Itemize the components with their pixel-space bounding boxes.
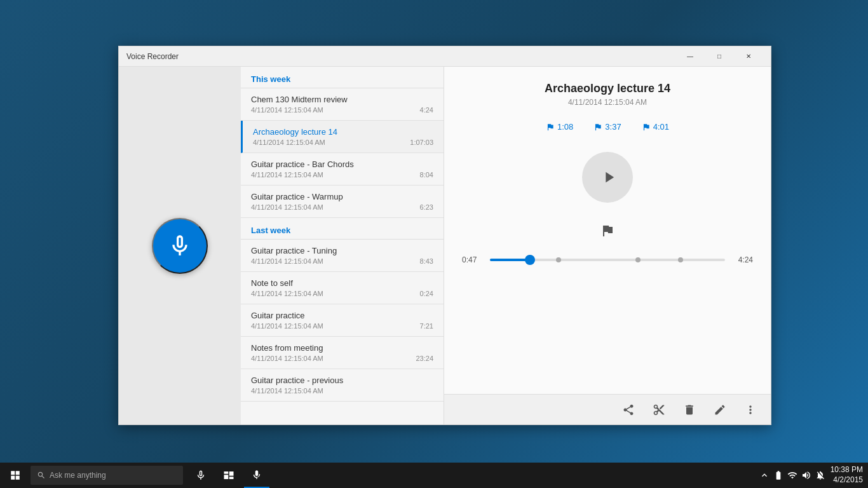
flag-icon [546, 123, 555, 132]
last-week-header: Last week [241, 218, 444, 240]
task-view-icon [223, 470, 234, 481]
play-button[interactable] [582, 152, 633, 203]
progress-track[interactable] [490, 259, 725, 261]
flag-icon [642, 123, 651, 132]
list-item[interactable]: Notes from meeting 4/11/2014 12:15:04 AM… [241, 337, 444, 369]
marker-3[interactable]: 4:01 [642, 122, 669, 132]
end-time: 4:24 [730, 255, 753, 264]
player-date: 4/11/2014 12:15:04 AM [568, 98, 647, 107]
share-icon [622, 403, 635, 416]
rename-button[interactable] [710, 400, 730, 420]
list-item[interactable]: Chem 130 Midterm review 4/11/2014 12:15:… [241, 88, 444, 121]
network-icon [787, 470, 797, 480]
play-button-container [582, 152, 633, 203]
show-hidden-icons[interactable] [759, 470, 770, 480]
microphone-icon [167, 233, 193, 259]
player-panel: Archaeology lecture 14 4/11/2014 12:15:0… [444, 67, 771, 424]
desktop: Voice Recorder — □ ✕ This week [0, 0, 868, 488]
notification-icon [815, 470, 825, 480]
delete-icon [683, 403, 696, 416]
taskbar-time: 10:38 PM [831, 465, 863, 475]
play-icon [600, 168, 618, 186]
progress-fill [490, 259, 530, 261]
list-item[interactable]: Guitar practice 4/11/2014 12:15:04 AM 7:… [241, 304, 444, 337]
taskbar-right: 10:38 PM 4/2/2015 [759, 465, 868, 485]
more-button[interactable] [740, 400, 761, 420]
marker-2[interactable]: 3:37 [593, 122, 621, 132]
track-marker-dot [556, 257, 561, 262]
windows-icon [10, 470, 21, 481]
voice-recorder-window: Voice Recorder — □ ✕ This week [118, 46, 771, 425]
window-title: Voice Recorder [126, 52, 675, 61]
share-button[interactable] [618, 400, 639, 420]
add-marker-button[interactable] [600, 223, 615, 240]
taskbar-microphone-icon[interactable] [188, 463, 214, 488]
volume-icon [801, 470, 811, 480]
battery-icon [773, 470, 783, 480]
list-item[interactable]: Guitar practice - Warmup 4/11/2014 12:15… [241, 186, 444, 218]
track-marker-dot [635, 257, 641, 262]
taskbar-task-view[interactable] [216, 463, 241, 488]
minimize-button[interactable]: — [675, 46, 705, 67]
marker-1[interactable]: 1:08 [546, 122, 573, 132]
record-button[interactable] [152, 218, 208, 274]
recording-list[interactable]: This week Chem 130 Midterm review 4/11/2… [241, 67, 444, 424]
search-icon [37, 471, 46, 480]
rename-icon [714, 403, 726, 416]
search-placeholder: Ask me anything [50, 471, 106, 480]
progress-thumb[interactable] [525, 255, 535, 265]
more-icon [744, 403, 757, 416]
flag-add-icon [600, 223, 615, 238]
taskbar-pinned-icons [188, 463, 269, 488]
flag-icon [593, 123, 602, 132]
window-body: This week Chem 130 Midterm review 4/11/2… [119, 67, 771, 424]
title-bar: Voice Recorder — □ ✕ [119, 46, 771, 67]
trim-button[interactable] [649, 400, 669, 420]
taskbar: Ask me anything [0, 463, 868, 488]
list-item[interactable]: Guitar practice - Tuning 4/11/2014 12:15… [241, 240, 444, 272]
player-toolbar [444, 394, 771, 424]
list-item[interactable]: Guitar practice - Bar Chords 4/11/2014 1… [241, 153, 444, 186]
progress-bar-container: 0:47 4:24 [459, 255, 756, 264]
list-item[interactable]: Note to self 4/11/2014 12:15:04 AM 0:24 [241, 272, 444, 304]
window-controls: — □ ✕ [675, 46, 763, 67]
this-week-header: This week [241, 67, 444, 88]
close-button[interactable]: ✕ [734, 46, 763, 67]
taskbar-date: 4/2/2015 [831, 475, 863, 485]
list-item-active[interactable]: Archaeology lecture 14 4/11/2014 12:15:0… [241, 121, 444, 153]
delete-button[interactable] [679, 400, 700, 420]
voice-recorder-icon [251, 469, 262, 480]
maximize-button[interactable]: □ [705, 46, 734, 67]
taskbar-voice-recorder[interactable] [244, 463, 269, 488]
current-time: 0:47 [462, 255, 485, 264]
taskbar-clock[interactable]: 10:38 PM 4/2/2015 [831, 465, 863, 485]
trim-icon [653, 403, 665, 416]
list-item[interactable]: Guitar practice - previous 4/11/2014 12:… [241, 369, 444, 402]
left-panel [119, 67, 241, 424]
microphone-taskbar-icon [195, 470, 207, 481]
track-marker-dot [678, 257, 683, 262]
system-tray [759, 470, 825, 480]
taskbar-search[interactable]: Ask me anything [31, 466, 183, 485]
player-title: Archaeology lecture 14 [545, 82, 670, 95]
markers-row: 1:08 3:37 4:01 [546, 122, 669, 132]
start-button[interactable] [0, 463, 31, 488]
